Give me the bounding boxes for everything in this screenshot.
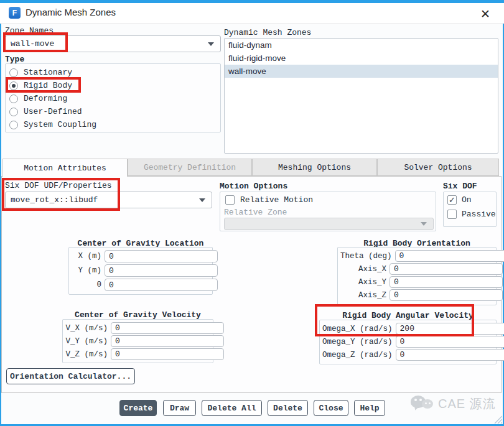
type-label: Type [5, 55, 24, 64]
field-row: X (m) [72, 250, 209, 262]
list-item[interactable]: fluid-dynam [225, 39, 498, 52]
relative-motion-checkbox[interactable] [225, 195, 235, 205]
chevron-down-icon [208, 42, 214, 46]
field-label: Omega_X (rad/s) [322, 325, 393, 333]
close-button[interactable]: Close [314, 400, 348, 416]
six-dof-passive-row[interactable]: Passive [447, 210, 496, 219]
axis-y-input[interactable] [390, 276, 503, 288]
field-row: Omega_Y (rad/s) [322, 336, 493, 348]
relative-zone-label: Relative Zone [224, 208, 287, 217]
x-m-input[interactable] [105, 250, 218, 262]
on-checkbox[interactable] [447, 195, 457, 205]
omega-y-input[interactable] [396, 336, 504, 348]
fluent-app-icon: F [9, 7, 21, 19]
help-button[interactable]: Help [354, 400, 385, 416]
relative-motion-label: Relative Motion [240, 195, 313, 205]
title-bar: F Dynamic Mesh Zones ✕ [0, 3, 504, 24]
radio-icon [9, 68, 18, 77]
motion-options-title: Motion Options [220, 182, 287, 191]
radio-user-defined[interactable]: User-Defined [6, 105, 220, 118]
field-label: V_X (m/s) [65, 324, 108, 333]
field-row: Omega_Z (rad/s) [322, 349, 493, 361]
radio-label: System Coupling [24, 120, 96, 129]
field-label: Axis_Z [340, 291, 386, 300]
orientation-calculator-button[interactable]: Orientation Calculator... [6, 368, 135, 384]
wechat-icon [411, 394, 433, 413]
six-dof-udf-label: Six DOF UDF/Properties [5, 181, 112, 190]
cog-location-group: X (m) Y (m) 0 [68, 247, 213, 295]
field-row: Theta (deg) [340, 250, 493, 262]
rigid-body-angular-velocity-title: Rigid Body Angular Velocity [319, 311, 497, 320]
on-label: On [462, 195, 472, 205]
motion-options-group: Relative Motion Relative Zone [220, 192, 436, 231]
radio-icon [9, 108, 18, 116]
v-z-input[interactable] [111, 348, 224, 360]
list-item[interactable]: fluid-rigid-move [225, 52, 498, 65]
create-button[interactable]: Create [119, 400, 157, 416]
window-title: Dynamic Mesh Zones [26, 7, 116, 17]
list-item-selected[interactable]: wall-move [225, 65, 498, 78]
field-label: Theta (deg) [340, 252, 392, 261]
tab-solver-options[interactable]: Solver Options [377, 159, 499, 176]
v-y-input[interactable] [111, 335, 224, 347]
axis-x-input[interactable] [390, 263, 503, 275]
field-row: 0 [72, 279, 209, 291]
tab-motion-attributes[interactable]: Motion Attributes [2, 159, 128, 177]
field-row: Y (m) [72, 264, 209, 277]
delete-button[interactable]: Delete [268, 400, 308, 416]
field-label: Y (m) [72, 266, 101, 275]
delete-all-button[interactable]: Delete All [202, 400, 262, 416]
zone-names-value: wall-move [6, 39, 208, 49]
cog-velocity-title: Center of Gravity Velocity [62, 310, 213, 320]
radio-label: Deforming [24, 94, 67, 103]
v-x-input[interactable] [111, 322, 224, 334]
field-label: V_Y (m/s) [65, 337, 108, 346]
radio-stationary[interactable]: Stationary [6, 66, 220, 79]
field-row: Omega_X (rad/s) [322, 323, 493, 335]
close-icon[interactable]: ✕ [476, 5, 495, 22]
type-group: Stationary Rigid Body Deforming User-Def… [5, 63, 221, 132]
six-dof-on-row[interactable]: On [447, 195, 472, 205]
six-dof-udf-dropdown[interactable]: move_rot_x::libudf [5, 192, 212, 208]
chevron-down-icon [199, 198, 205, 202]
field-row: Axis_Y [340, 276, 493, 288]
omega-x-input[interactable] [396, 323, 504, 335]
field-label: Omega_Z (rad/s) [322, 351, 393, 359]
tab-meshing-options[interactable]: Meshing Options [252, 159, 377, 176]
z-m-input[interactable] [105, 279, 218, 291]
omega-z-input[interactable] [396, 349, 504, 361]
radio-label: User-Defined [24, 107, 82, 116]
axis-z-input[interactable] [390, 289, 503, 301]
radio-rigid-body[interactable]: Rigid Body [6, 79, 220, 92]
six-dof-udf-value: move_rot_x::libudf [6, 195, 199, 205]
relative-zone-dropdown [224, 218, 434, 230]
field-row: V_Z (m/s) [65, 348, 210, 360]
field-label: X (m) [72, 252, 101, 261]
y-m-input[interactable] [105, 264, 218, 277]
radio-icon-checked [9, 81, 18, 90]
watermark: CAE 源流 [411, 394, 496, 413]
field-row: Axis_X [340, 263, 493, 275]
cog-velocity-group: V_X (m/s) V_Y (m/s) V_Z (m/s) [62, 319, 213, 363]
resize-grip-icon[interactable] [493, 414, 502, 424]
zones-list-label: Dynamic Mesh Zones [224, 28, 311, 37]
radio-label: Rigid Body [24, 81, 72, 90]
zone-names-label: Zone Names [5, 26, 54, 35]
field-row: V_X (m/s) [65, 322, 210, 334]
tab-geometry-definition: Geometry Definition [128, 159, 252, 176]
passive-checkbox[interactable] [447, 210, 457, 219]
radio-deforming[interactable]: Deforming [6, 92, 220, 105]
dynamic-mesh-zones-dialog: F Dynamic Mesh Zones ✕ Zone Names wall-m… [0, 0, 504, 426]
field-label: V_Z (m/s) [65, 350, 108, 359]
field-label: Axis_Y [340, 278, 386, 287]
zone-names-dropdown[interactable]: wall-move [5, 35, 221, 52]
six-dof-group: On Passive [443, 192, 497, 227]
field-label: Omega_Y (rad/s) [322, 338, 393, 346]
radio-system-coupling[interactable]: System Coupling [6, 118, 220, 131]
rigid-body-orientation-group: Theta (deg) Axis_X Axis_Y Axis_Z [337, 247, 497, 305]
zones-listbox: fluid-dynam fluid-rigid-move wall-move [224, 38, 498, 154]
relative-motion-row[interactable]: Relative Motion [225, 195, 313, 205]
theta-deg-input[interactable] [395, 250, 504, 262]
draw-button[interactable]: Draw [163, 400, 196, 416]
radio-icon [9, 121, 18, 129]
